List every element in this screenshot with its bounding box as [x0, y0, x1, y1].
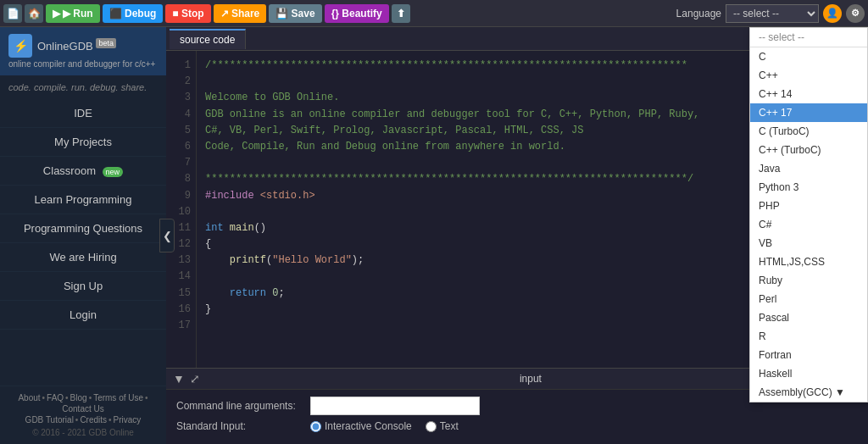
sidebar-item-ide[interactable]: IDE — [0, 99, 166, 128]
cmd-args-input[interactable] — [310, 397, 480, 415]
dropdown-item-perl[interactable]: Perl — [750, 290, 867, 308]
sidebar-nav: IDE My Projects Classroom new Learn Prog… — [0, 99, 166, 386]
dropdown-item-php[interactable]: PHP — [750, 197, 867, 215]
sidebar: ⚡ OnlineGDB beta online compiler and deb… — [0, 27, 166, 444]
footer-link-privacy[interactable]: Privacy — [114, 415, 142, 425]
editor-area: source code 1234567891011121314151617 /*… — [166, 27, 868, 444]
sidebar-item-classroom[interactable]: Classroom new — [0, 157, 166, 186]
sidebar-item-hiring[interactable]: We are Hiring — [0, 243, 166, 272]
logo-beta: beta — [96, 38, 116, 48]
dropdown-item-cpp[interactable]: C++ — [750, 66, 867, 85]
language-dropdown: -- select -- C C++ C++ 14 C++ 17 C (Turb… — [749, 27, 868, 402]
input-header-icons: ▼ ⤢ — [173, 372, 200, 386]
beautify-button[interactable]: {} Beautify — [325, 4, 389, 23]
collapse-icon[interactable]: ▼ — [173, 372, 185, 386]
expand-icon[interactable]: ⤢ — [190, 372, 200, 386]
radio-group: Interactive Console Text — [310, 420, 459, 432]
dropdown-item-vb[interactable]: VB — [750, 234, 867, 253]
dropdown-item-python3[interactable]: Python 3 — [750, 178, 867, 197]
radio-text[interactable] — [426, 421, 437, 432]
sidebar-tagline: code. compile. run. debug. share. — [0, 75, 166, 99]
user-icon-button[interactable]: 👤 — [823, 4, 842, 23]
logo-icon: ⚡ — [8, 34, 32, 58]
dropdown-item-fortran[interactable]: Fortran — [750, 346, 867, 364]
footer-link-terms[interactable]: Terms of Use — [93, 393, 143, 402]
dropdown-item-csharp[interactable]: C# — [750, 215, 867, 234]
file-button[interactable]: 📄 — [3, 4, 22, 23]
line-numbers: 1234567891011121314151617 — [166, 51, 197, 368]
footer-link-gdb[interactable]: GDB Tutorial — [25, 415, 74, 425]
share-label: ↗ Share — [220, 8, 260, 19]
sidebar-item-questions[interactable]: Programming Questions — [0, 214, 166, 243]
cmd-args-label: Command line arguments: — [176, 400, 303, 412]
dropdown-item-r[interactable]: R — [750, 327, 867, 346]
dropdown-item-ruby[interactable]: Ruby — [750, 271, 867, 290]
beautify-label: {} Beautify — [331, 8, 382, 19]
footer-links: About • FAQ • Blog • Terms of Use • Cont… — [7, 393, 159, 413]
sidebar-toggle[interactable]: ❮ — [159, 219, 175, 253]
language-label: Language — [676, 8, 721, 19]
sidebar-header: ⚡ OnlineGDB beta online compiler and deb… — [0, 27, 166, 75]
save-label: 💾 Save — [275, 8, 314, 19]
dropdown-item-java[interactable]: Java — [750, 159, 867, 178]
save-button[interactable]: 💾 Save — [269, 4, 321, 23]
radio-text-option[interactable]: Text — [426, 420, 459, 432]
dropdown-item-asm[interactable]: Assembly(GCC) ▼ — [750, 383, 867, 402]
language-select[interactable]: -- select -- — [726, 4, 819, 23]
run-icon: ▶ — [53, 8, 60, 19]
logo-subtitle: online compiler and debugger for c/c++ — [8, 59, 158, 69]
run-label: ▶ Run — [63, 8, 93, 19]
tab-source-code[interactable]: source code — [170, 29, 246, 49]
footer-links-2: GDB Tutorial • Credits • Privacy — [7, 415, 159, 425]
toolbar: 📄 🏠 ▶ ▶ Run ⬛ Debug ■ Stop ↗ Share 💾 Sav… — [0, 0, 868, 27]
dropdown-item-c-turbo[interactable]: C (TurboC) — [750, 122, 867, 141]
dropdown-scroll: -- select -- C C++ C++ 14 C++ 17 C (Turb… — [750, 28, 867, 402]
share-button[interactable]: ↗ Share — [214, 4, 267, 23]
home-button[interactable]: 🏠 — [25, 4, 43, 23]
sidebar-footer: About • FAQ • Blog • Terms of Use • Cont… — [0, 386, 166, 444]
sidebar-item-projects[interactable]: My Projects — [0, 128, 166, 157]
radio-interactive[interactable] — [310, 421, 321, 432]
dropdown-item-cpp14[interactable]: C++ 14 — [750, 85, 867, 103]
language-section: Language -- select -- 👤 ⚙ — [676, 4, 865, 23]
radio-interactive-option[interactable]: Interactive Console — [310, 420, 412, 432]
dropdown-item-select[interactable]: -- select -- — [750, 28, 867, 47]
stop-button[interactable]: ■ Stop — [165, 4, 210, 23]
run-button[interactable]: ▶ ▶ Run — [46, 4, 100, 23]
radio-text-label: Text — [440, 420, 459, 432]
dropdown-item-cpp-turbo[interactable]: C++ (TurboC) — [750, 141, 867, 159]
footer-link-contact[interactable]: Contact Us — [62, 404, 103, 413]
upload-button[interactable]: ⬆ — [392, 4, 410, 23]
dropdown-item-haskell[interactable]: Haskell — [750, 364, 867, 383]
stdin-label: Standard Input: — [176, 420, 303, 432]
settings-icon-button[interactable]: ⚙ — [846, 4, 865, 23]
debug-label: ⬛ Debug — [109, 8, 157, 19]
dropdown-item-cpp17[interactable]: C++ 17 — [750, 103, 867, 122]
footer-link-faq[interactable]: FAQ — [47, 393, 64, 402]
stdin-row: Standard Input: Interactive Console Text — [176, 420, 858, 432]
sidebar-item-login[interactable]: Login — [0, 301, 166, 330]
sidebar-logo: ⚡ OnlineGDB beta — [8, 34, 158, 58]
debug-button[interactable]: ⬛ Debug — [103, 4, 164, 23]
logo-text-container: OnlineGDB beta — [37, 39, 116, 53]
sidebar-item-learn[interactable]: Learn Programming — [0, 186, 166, 214]
footer-link-about[interactable]: About — [18, 393, 40, 402]
sidebar-item-signup[interactable]: Sign Up — [0, 272, 166, 301]
dropdown-item-html[interactable]: HTML,JS,CSS — [750, 253, 867, 271]
logo-title: OnlineGDB — [37, 40, 93, 53]
stop-label: ■ Stop — [172, 8, 203, 19]
footer-link-credits[interactable]: Credits — [80, 415, 107, 425]
dropdown-item-c[interactable]: C — [750, 47, 867, 66]
new-badge: new — [103, 167, 124, 177]
footer-copyright: © 2016 - 2021 GDB Online — [7, 428, 159, 437]
dropdown-item-pascal[interactable]: Pascal — [750, 308, 867, 327]
footer-link-blog[interactable]: Blog — [70, 393, 87, 402]
radio-interactive-label: Interactive Console — [325, 420, 412, 432]
